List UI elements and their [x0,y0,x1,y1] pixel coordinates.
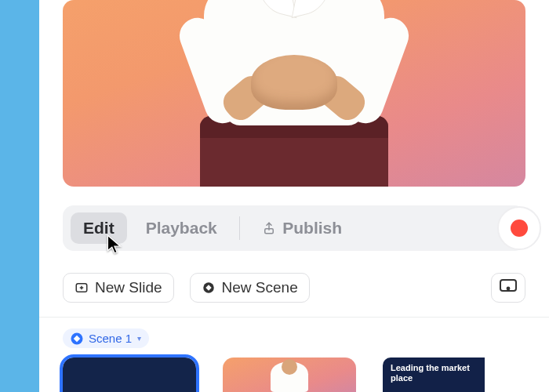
playback-tab-label: Playback [146,219,217,238]
new-slide-button[interactable]: New Slide [63,273,174,303]
record-icon [511,220,528,237]
scene-label: Scene 1 [89,332,132,345]
actions-row: New Slide New Scene [39,273,549,303]
svg-point-5 [507,287,511,291]
new-slide-label: New Slide [95,279,162,296]
slide-3-title: Leading the market place [391,363,470,383]
share-icon [262,220,276,236]
scene-icon [202,281,216,295]
mode-toolbar: Edit Playback Publish [63,205,525,251]
canvas-preview[interactable] [63,0,525,187]
add-slide-icon [75,281,89,295]
presenter-view-button[interactable] [491,273,525,303]
edit-tab-label: Edit [83,219,115,238]
publish-tab-label: Publish [282,219,342,238]
chevron-down-icon: ▾ [137,334,141,343]
toolbar-divider [239,216,241,240]
edit-tab[interactable]: Edit [71,212,127,244]
scene-diamond-icon [71,332,83,345]
main-panel: Edit Playback Publish [39,0,549,392]
presenter-figure [176,0,412,187]
new-scene-button[interactable]: New Scene [190,273,310,303]
record-button[interactable] [497,206,541,250]
canvas-area [39,0,549,187]
playback-tab[interactable]: Playback [133,212,230,244]
slide-thumb-3[interactable]: Leading the market place [383,358,485,392]
presenter-icon [499,278,518,297]
sidebar-strip [0,0,39,392]
slides-row: Leading the market place [63,358,525,392]
slide-thumb-2[interactable] [223,358,356,392]
slide-thumb-1[interactable] [63,358,196,392]
scene-dropdown[interactable]: Scene 1 ▾ [63,328,149,348]
new-scene-label: New Scene [222,279,298,296]
publish-tab[interactable]: Publish [249,212,354,244]
